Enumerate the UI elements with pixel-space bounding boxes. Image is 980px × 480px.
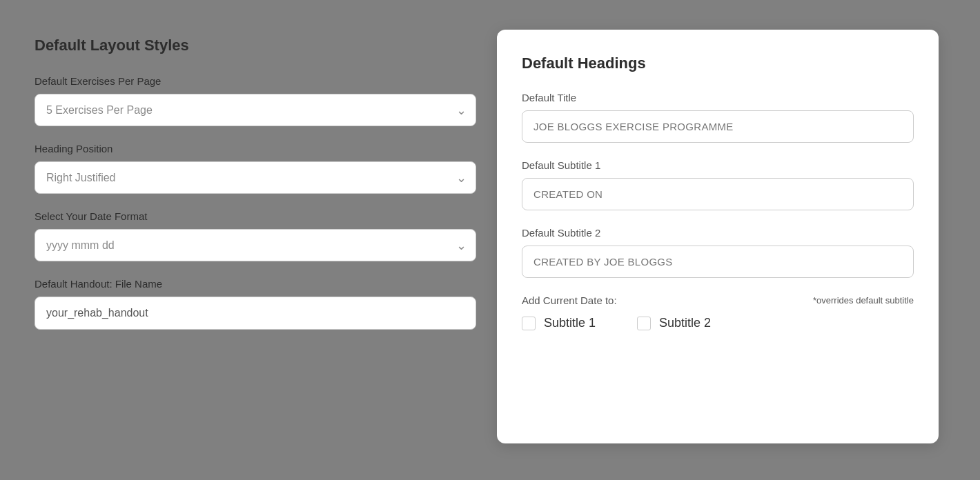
left-panel: Default Layout Styles Default Exercises … — [28, 30, 497, 353]
default-title-label: Default Title — [522, 92, 914, 103]
date-format-group: Select Your Date Format yyyy mmm dd ⌄ — [35, 210, 476, 261]
file-name-input[interactable] — [35, 297, 476, 330]
default-title-group: Default Title — [522, 92, 914, 143]
heading-position-group: Heading Position Right Justified ⌄ — [35, 143, 476, 194]
exercises-per-page-select[interactable]: 5 Exercises Per Page — [35, 94, 476, 126]
exercises-per-page-group: Default Exercises Per Page 5 Exercises P… — [35, 75, 476, 126]
default-subtitle1-group: Default Subtitle 1 — [522, 159, 914, 210]
subtitle2-checkbox-item: Subtitle 2 — [637, 316, 711, 330]
subtitle2-checkbox[interactable] — [637, 317, 651, 330]
right-panel: Default Headings Default Title Default S… — [497, 30, 939, 443]
default-subtitle1-label: Default Subtitle 1 — [522, 159, 914, 171]
heading-position-label: Heading Position — [35, 143, 476, 154]
add-date-header: Add Current Date to: *overrides default … — [522, 294, 914, 306]
right-panel-title: Default Headings — [522, 54, 914, 72]
left-panel-title: Default Layout Styles — [35, 37, 476, 54]
subtitle1-checkbox-label: Subtitle 1 — [544, 316, 596, 330]
default-subtitle1-input[interactable] — [522, 178, 914, 210]
add-current-date-section: Add Current Date to: *overrides default … — [522, 294, 914, 330]
default-subtitle2-group: Default Subtitle 2 — [522, 227, 914, 278]
exercises-per-page-label: Default Exercises Per Page — [35, 75, 476, 87]
heading-position-select[interactable]: Right Justified — [35, 161, 476, 194]
add-current-date-label: Add Current Date to: — [522, 294, 617, 306]
date-format-wrapper: yyyy mmm dd ⌄ — [35, 229, 476, 261]
date-format-label: Select Your Date Format — [35, 210, 476, 222]
subtitle1-checkbox[interactable] — [522, 317, 536, 330]
overrides-note: *overrides default subtitle — [813, 295, 914, 306]
subtitle2-checkbox-label: Subtitle 2 — [659, 316, 711, 330]
default-title-input[interactable] — [522, 110, 914, 143]
heading-position-wrapper: Right Justified ⌄ — [35, 161, 476, 194]
default-subtitle2-label: Default Subtitle 2 — [522, 227, 914, 239]
file-name-label: Default Handout: File Name — [35, 278, 476, 290]
default-subtitle2-input[interactable] — [522, 246, 914, 278]
checkbox-row: Subtitle 1 Subtitle 2 — [522, 316, 914, 330]
exercises-per-page-wrapper: 5 Exercises Per Page ⌄ — [35, 94, 476, 126]
subtitle1-checkbox-item: Subtitle 1 — [522, 316, 596, 330]
file-name-group: Default Handout: File Name — [35, 278, 476, 330]
date-format-select[interactable]: yyyy mmm dd — [35, 229, 476, 261]
